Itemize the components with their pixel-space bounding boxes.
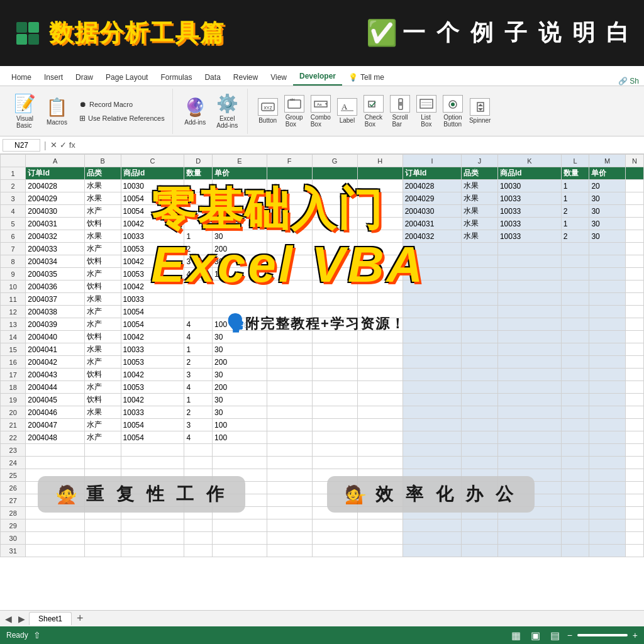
- tab-formulas[interactable]: Formulas: [154, 70, 198, 86]
- sheet1-tab[interactable]: Sheet1: [29, 612, 72, 625]
- h-b1[interactable]: 品类: [84, 167, 121, 180]
- sheet-next-button[interactable]: ▶: [16, 614, 28, 624]
- h-m1[interactable]: 单价: [589, 167, 626, 180]
- h-k1[interactable]: 商品Id: [497, 167, 561, 180]
- tab-home[interactable]: Home: [5, 70, 38, 86]
- confirm-formula-button[interactable]: ✓: [60, 140, 67, 150]
- add-ins-button[interactable]: 🔮 Add-ins: [180, 96, 210, 127]
- col-d-header[interactable]: D: [184, 155, 213, 167]
- banner-left: 数据分析工具篇: [13, 17, 225, 49]
- status-bar: Ready ⇧ ▦ ▣ ▤ − +: [0, 626, 644, 644]
- table-row: 222004048水产100544100: [1, 431, 644, 444]
- option-button-label: OptionButton: [443, 114, 462, 128]
- tab-review[interactable]: Review: [227, 70, 264, 86]
- h-e1[interactable]: 单价: [213, 167, 267, 180]
- record-macro-label: Record Macro: [89, 101, 133, 108]
- record-macro-button[interactable]: ⏺ Record Macro: [77, 99, 167, 110]
- tab-view[interactable]: View: [264, 70, 293, 86]
- col-e-header[interactable]: E: [213, 155, 267, 167]
- tab-draw[interactable]: Draw: [69, 70, 99, 86]
- check-box-control[interactable]: CheckBox: [361, 94, 386, 129]
- macros-icon: 📋: [46, 97, 68, 118]
- h-d1[interactable]: 数量: [184, 167, 213, 180]
- col-k-header[interactable]: K: [497, 155, 561, 167]
- macros-button[interactable]: 📋 Macros: [42, 96, 72, 127]
- option-button-icon: [443, 95, 463, 113]
- zoom-plus-button[interactable]: +: [633, 630, 638, 640]
- h-n1[interactable]: [626, 167, 644, 180]
- normal-view-button[interactable]: ▦: [509, 630, 523, 641]
- col-i-header[interactable]: I: [402, 155, 462, 167]
- h-l1[interactable]: 数量: [561, 167, 589, 180]
- h-c1[interactable]: 商品Id: [121, 167, 184, 180]
- svg-rect-11: [399, 102, 402, 106]
- col-g-header[interactable]: G: [312, 155, 357, 167]
- spreadsheet-container: A B C D E F G H I J K L M N: [0, 154, 644, 610]
- fx-button[interactable]: fx: [69, 140, 75, 150]
- h-g1[interactable]: [312, 167, 357, 180]
- banner-subtitle: 一 个 例 子 说 明 白: [402, 18, 631, 48]
- spreadsheet-scroll[interactable]: A B C D E F G H I J K L M N: [0, 154, 644, 610]
- tab-developer[interactable]: Developer: [293, 69, 342, 86]
- formula-input[interactable]: [78, 140, 641, 150]
- col-n-header[interactable]: N: [626, 155, 644, 167]
- list-box-label: ListBox: [421, 114, 431, 128]
- svg-text:abc: abc: [290, 97, 296, 101]
- tab-page-layout[interactable]: Page Layout: [99, 70, 154, 86]
- group-box-control[interactable]: abc GroupBox: [282, 94, 307, 129]
- table-row: 42004030水产100542004030水果10033230: [1, 205, 644, 218]
- col-l-header[interactable]: L: [561, 155, 589, 167]
- h-j1[interactable]: 品类: [462, 167, 498, 180]
- ribbon-tab-icons: 🔗 Sh: [618, 77, 639, 86]
- spinner-icon: [470, 98, 490, 116]
- col-m-header[interactable]: M: [589, 155, 626, 167]
- excel-add-ins-button[interactable]: ⚙️ ExcelAdd-ins: [213, 92, 242, 130]
- h-h1[interactable]: [357, 167, 402, 180]
- zoom-slider[interactable]: [577, 634, 628, 636]
- table-row: 32004029水果100542004029水果10033130: [1, 192, 644, 205]
- col-c-header[interactable]: C: [121, 155, 184, 167]
- combo-box-control[interactable]: Aa ComboBox: [308, 94, 333, 129]
- svg-marker-18: [478, 104, 483, 106]
- cancel-formula-button[interactable]: ✕: [50, 140, 57, 150]
- table-row: 72004033水产100532200: [1, 243, 644, 255]
- zoom-minus-button[interactable]: −: [567, 630, 572, 640]
- scroll-bar-icon: [390, 95, 410, 113]
- list-box-control[interactable]: ListBox: [414, 94, 439, 129]
- sheet-prev-button[interactable]: ◀: [3, 614, 14, 624]
- tab-data[interactable]: Data: [198, 70, 226, 86]
- use-relative-button[interactable]: ⊞ Use Relative References: [77, 113, 167, 124]
- page-layout-view-button[interactable]: ▣: [528, 630, 543, 641]
- table-row: 82004034饮料10042330: [1, 255, 644, 268]
- cell-reference-input[interactable]: [3, 139, 40, 152]
- add-sheet-button[interactable]: +: [73, 612, 87, 625]
- col-b-header[interactable]: B: [84, 155, 121, 167]
- page-break-view-button[interactable]: ▤: [548, 630, 562, 641]
- status-icons: ▦ ▣ ▤ − +: [509, 630, 638, 641]
- option-button-control[interactable]: OptionButton: [440, 94, 465, 129]
- svg-point-16: [451, 103, 455, 106]
- h-f1[interactable]: [267, 167, 312, 180]
- col-j-header[interactable]: J: [462, 155, 498, 167]
- label-control[interactable]: A Label: [335, 97, 360, 125]
- col-a-header[interactable]: A: [26, 155, 85, 167]
- scroll-bar-control[interactable]: ScrollBar: [387, 94, 413, 129]
- spinner-label: Spinner: [469, 117, 491, 124]
- record-icon: ⏺: [79, 100, 87, 109]
- use-relative-label: Use Relative References: [88, 114, 165, 122]
- tab-insert[interactable]: Insert: [38, 70, 69, 86]
- share-icon[interactable]: 🔗 Sh: [618, 77, 639, 86]
- col-h-header[interactable]: H: [357, 155, 402, 167]
- h-a1[interactable]: 订单Id: [26, 167, 85, 180]
- button-control[interactable]: XYZ Button: [255, 97, 280, 125]
- spinner-control[interactable]: Spinner: [467, 97, 493, 125]
- visual-basic-button[interactable]: 📝 VisualBasic: [10, 92, 40, 130]
- table-row: 22004028水果100302004028水果10030120: [1, 180, 644, 192]
- table-row: 152004041水果10033130: [1, 343, 644, 356]
- h-i1[interactable]: 订单Id: [402, 167, 462, 180]
- col-f-header[interactable]: F: [267, 155, 312, 167]
- table-row: 102004036饮料10042: [1, 280, 644, 293]
- ribbon-group-code: 📝 VisualBasic 📋 Macros ⏺ Record Macro ⊞ …: [5, 89, 173, 134]
- empty-row: 25: [1, 469, 644, 482]
- tab-tell-me[interactable]: 💡 Tell me: [342, 70, 391, 86]
